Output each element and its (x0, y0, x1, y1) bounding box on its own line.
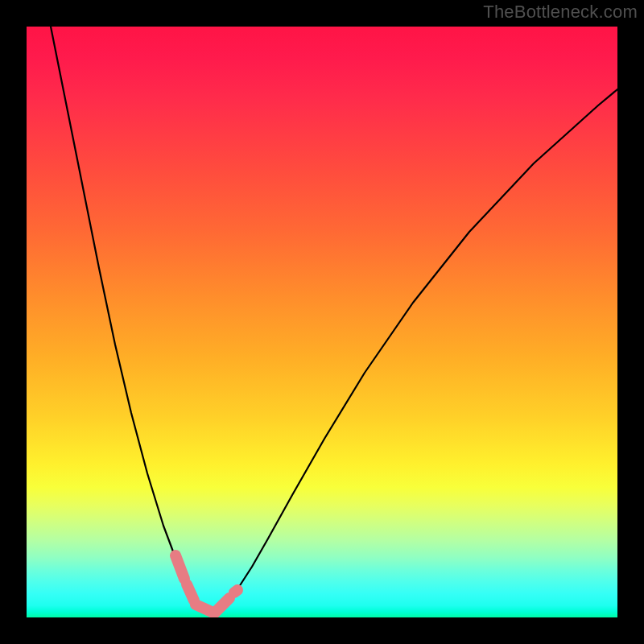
curve-marker (187, 584, 194, 601)
bottleneck-curve (51, 27, 617, 614)
curve-layer (27, 27, 617, 617)
marker-layer (175, 555, 237, 613)
curve-marker (215, 598, 229, 613)
plot-area (27, 27, 617, 617)
watermark-text: TheBottleneck.com (483, 2, 638, 23)
chart-frame: TheBottleneck.com (0, 0, 644, 644)
curve-marker (175, 555, 184, 579)
curve-marker (234, 590, 237, 592)
